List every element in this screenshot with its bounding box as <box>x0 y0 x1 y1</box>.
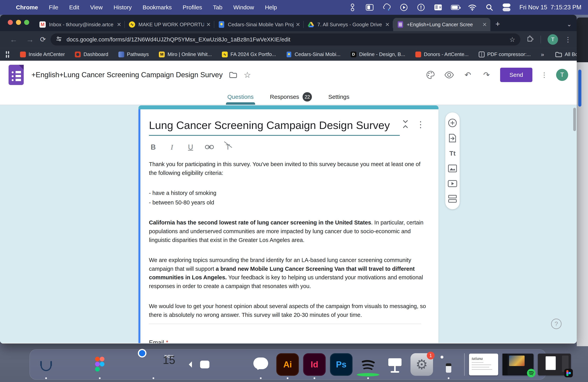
minimized-window-document[interactable]: tatiana <box>469 354 498 375</box>
reload-button[interactable]: ⟳ <box>40 35 46 43</box>
browser-menu-kebab-icon[interactable]: ⋮ <box>565 36 571 43</box>
bookmark-fa-2024[interactable]: ∿ FA 2024 Gx Portfo... <box>222 51 276 57</box>
menu-tab[interactable]: Tab <box>213 4 222 11</box>
tab-makeup-work[interactable]: ∿ MAKE UP WORK OPPORTUNI ✕ <box>125 18 214 31</box>
menu-bookmarks[interactable]: Bookmarks <box>143 4 172 11</box>
menu-bar-clock[interactable]: Fri Nov 15 7:15:23 PM <box>519 4 581 11</box>
bookmark-pdf-compressor[interactable]: PDF compressor:... <box>479 51 531 57</box>
redo-icon[interactable]: ↷ <box>482 70 492 80</box>
tab-close-icon[interactable]: ✕ <box>296 21 300 28</box>
tab-settings[interactable]: Settings <box>328 89 349 105</box>
url-text[interactable]: docs.google.com/forms/d/1ZN6Wd4UJZhQP5YM… <box>66 36 509 43</box>
zoom-window-button[interactable] <box>24 20 29 25</box>
bookmark-miro[interactable]: M Miro | Online Whit... <box>159 51 212 57</box>
collapse-card-icon[interactable] <box>401 119 409 129</box>
add-question-icon[interactable] <box>448 118 457 127</box>
address-bar[interactable]: docs.google.com/forms/d/1ZN6Wd4UJZhQP5YM… <box>51 33 520 45</box>
back-button[interactable]: ← <box>10 35 18 44</box>
dock-indesign[interactable]: Id <box>303 353 326 376</box>
bold-button[interactable]: B <box>149 143 158 151</box>
dock-photos[interactable] <box>437 353 460 376</box>
dock-trash[interactable] <box>576 353 588 376</box>
spotlight-search-icon[interactable] <box>485 3 494 12</box>
email-question-label[interactable]: Email* <box>149 339 428 343</box>
menu-edit[interactable]: Edit <box>69 4 79 11</box>
tab-responses[interactable]: Responses 22 <box>270 89 312 105</box>
dock-figma[interactable] <box>88 353 111 376</box>
bookmark-dashboard[interactable]: Dashboard <box>75 51 108 57</box>
tab-forms-active[interactable]: +English+Lung Cancer Scree ✕ <box>393 18 490 31</box>
dock-illustrator[interactable]: Ai <box>276 353 299 376</box>
tab-close-icon[interactable]: ✕ <box>385 21 390 28</box>
menu-history[interactable]: History <box>114 4 132 11</box>
star-form-icon[interactable]: ☆ <box>244 70 251 80</box>
creative-cloud-status-icon[interactable] <box>382 3 391 12</box>
italic-button[interactable]: I <box>168 143 176 151</box>
form-title-input[interactable]: Lung Cancer Screening Campaign Design Su… <box>149 117 400 136</box>
minimized-window-figma[interactable] <box>538 354 571 375</box>
wifi-status-icon[interactable] <box>468 3 477 12</box>
card-kebab-icon[interactable]: ⋮ <box>416 119 425 129</box>
tab-google-drive[interactable]: 7. All Surveys - Google Drive ✕ <box>304 18 393 31</box>
import-questions-icon[interactable] <box>448 133 457 143</box>
bookmark-cedars-sinai[interactable]: Cedars-Sinai Mobi... <box>286 51 340 57</box>
tab-close-icon[interactable]: ✕ <box>206 21 211 28</box>
dock-notes[interactable] <box>223 353 245 376</box>
tab-search-chevron-icon[interactable]: ⌄ <box>567 21 572 28</box>
display-status-icon[interactable] <box>365 3 374 12</box>
control-center-icon[interactable] <box>502 3 511 12</box>
undo-icon[interactable]: ↶ <box>463 70 473 80</box>
menu-profiles[interactable]: Profiles <box>183 4 202 11</box>
dock-facetime[interactable] <box>196 353 218 376</box>
tab-close-icon[interactable]: ✕ <box>117 21 121 28</box>
form-description[interactable]: Thank you for participating in this surv… <box>149 160 429 319</box>
time-machine-status-icon[interactable] <box>417 3 425 12</box>
extensions-icon[interactable] <box>526 35 534 44</box>
bookmark-donors[interactable]: Donors - ArtCente... <box>415 51 469 57</box>
menu-window[interactable]: Window <box>233 4 254 11</box>
tab-close-icon[interactable]: ✕ <box>483 21 487 28</box>
add-section-icon[interactable] <box>448 194 457 203</box>
site-settings-icon[interactable] <box>56 36 62 43</box>
close-window-button[interactable] <box>8 20 13 25</box>
keys-status-icon[interactable] <box>348 3 357 12</box>
move-to-folder-icon[interactable] <box>229 72 237 78</box>
menu-chrome[interactable]: Chrome <box>16 4 38 11</box>
send-button[interactable]: Send <box>500 68 532 82</box>
browser-profile-avatar[interactable]: T <box>547 34 558 45</box>
dock-launchpad[interactable] <box>62 353 84 376</box>
add-title-icon[interactable]: Tt <box>448 149 457 158</box>
tab-gmail-inbox[interactable]: M Inbox - tkhoury@inside.artce ✕ <box>35 18 125 31</box>
add-image-icon[interactable] <box>448 164 457 173</box>
new-tab-button[interactable]: + <box>495 20 500 28</box>
keyboard-shortcuts-status-icon[interactable]: ⌘ <box>434 3 442 12</box>
dock-calculator[interactable] <box>115 353 138 376</box>
underline-button[interactable]: U <box>186 143 195 151</box>
dock-photoshop[interactable]: Ps <box>330 353 353 376</box>
forward-button[interactable]: → <box>26 35 34 44</box>
tab-cedars-sinai-doc[interactable]: Cedars-Sinai Mobile Van Proj ✕ <box>214 18 304 31</box>
all-bookmarks-button[interactable]: All Bookmarks <box>555 51 577 57</box>
vertical-scrollbar[interactable] <box>573 108 576 131</box>
dock-keynote[interactable] <box>384 353 406 376</box>
play-status-icon[interactable] <box>399 3 408 12</box>
clear-formatting-button[interactable]: T <box>224 143 232 151</box>
help-button[interactable]: ? <box>551 318 562 329</box>
menu-file[interactable]: File <box>49 4 58 11</box>
tab-questions[interactable]: Questions <box>227 89 253 105</box>
dock-spotify[interactable] <box>357 353 379 376</box>
form-document-title[interactable]: +English+Lung Cancer Screening Campaign … <box>32 71 223 79</box>
minimized-window-spotify[interactable] <box>503 354 534 375</box>
add-video-icon[interactable] <box>448 179 457 188</box>
bookmark-pathways[interactable]: Pathways <box>118 51 149 57</box>
bookmark-inside-artcenter[interactable]: Inside ArtCenter <box>20 51 65 57</box>
form-title-card[interactable]: Lung Cancer Screening Campaign Design Su… <box>138 109 439 343</box>
dock-system-settings[interactable]: 1 ⚙ <box>410 353 433 376</box>
minimize-window-button[interactable] <box>16 20 21 25</box>
menu-help[interactable]: Help <box>265 4 277 11</box>
dock-messages[interactable] <box>250 353 272 376</box>
menu-view[interactable]: View <box>90 4 103 11</box>
battery-status-icon[interactable] <box>451 3 460 12</box>
form-more-kebab-icon[interactable]: ⋮ <box>541 71 547 79</box>
bookmarks-overflow-button[interactable]: » <box>541 51 544 58</box>
